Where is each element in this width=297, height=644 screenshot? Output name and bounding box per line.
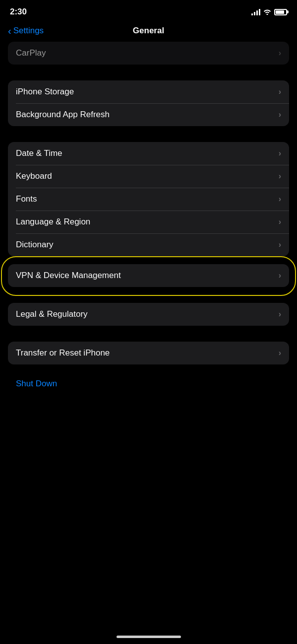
fonts-row[interactable]: Fonts › (8, 188, 289, 211)
settings-content: CarPlay › iPhone Storage › Background Ap… (0, 42, 297, 395)
fonts-chevron-icon: › (279, 195, 281, 204)
background-app-refresh-chevron-icon: › (279, 110, 281, 119)
legal-regulatory-label: Legal & Regulatory (16, 309, 88, 319)
legal-group: Legal & Regulatory › (8, 303, 289, 326)
home-indicator (117, 636, 181, 638)
iphone-storage-row[interactable]: iPhone Storage › (8, 80, 289, 103)
dictionary-label: Dictionary (16, 240, 54, 250)
wifi-icon (263, 8, 271, 16)
iphone-storage-chevron-icon: › (279, 87, 281, 96)
keyboard-chevron-icon: › (279, 172, 281, 181)
storage-group: iPhone Storage › Background App Refresh … (8, 80, 289, 126)
vpn-group-wrapper: VPN & Device Management › (8, 264, 289, 287)
transfer-reset-label: Transfer or Reset iPhone (16, 348, 110, 358)
page-title: General (133, 26, 164, 36)
fonts-label: Fonts (16, 194, 37, 204)
signal-icon (251, 8, 260, 15)
status-time: 2:30 (10, 7, 27, 17)
language-region-chevron-icon: › (279, 217, 281, 226)
transfer-reset-chevron-icon: › (279, 349, 281, 358)
home-indicator-bar (0, 636, 297, 638)
vpn-device-management-label: VPN & Device Management (16, 271, 121, 281)
back-button[interactable]: ‹ Settings (8, 26, 44, 36)
reset-group: Transfer or Reset iPhone › (8, 342, 289, 364)
carplay-label: CarPlay (16, 48, 46, 58)
nav-bar: ‹ Settings General (0, 22, 297, 42)
transfer-reset-row[interactable]: Transfer or Reset iPhone › (8, 342, 289, 364)
vpn-device-management-row[interactable]: VPN & Device Management › (8, 264, 289, 287)
carplay-group: CarPlay › (8, 42, 289, 65)
back-label: Settings (13, 26, 44, 36)
localization-group: Date & Time › Keyboard › Fonts › Languag… (8, 142, 289, 256)
dictionary-chevron-icon: › (279, 240, 281, 249)
status-bar: 2:30 (0, 0, 297, 22)
date-time-row[interactable]: Date & Time › (8, 142, 289, 165)
keyboard-label: Keyboard (16, 171, 52, 181)
back-chevron-icon: ‹ (8, 26, 11, 36)
carplay-row[interactable]: CarPlay › (8, 42, 289, 65)
keyboard-row[interactable]: Keyboard › (8, 165, 289, 188)
dictionary-row[interactable]: Dictionary › (8, 233, 289, 256)
language-region-row[interactable]: Language & Region › (8, 211, 289, 233)
legal-regulatory-row[interactable]: Legal & Regulatory › (8, 303, 289, 326)
date-time-chevron-icon: › (279, 149, 281, 158)
legal-regulatory-chevron-icon: › (279, 310, 281, 319)
vpn-device-management-chevron-icon: › (279, 271, 281, 280)
status-icons (251, 8, 287, 16)
language-region-label: Language & Region (16, 217, 90, 227)
iphone-storage-label: iPhone Storage (16, 87, 74, 97)
vpn-group: VPN & Device Management › (8, 264, 289, 287)
shut-down-label: Shut Down (16, 379, 57, 388)
shut-down-row[interactable]: Shut Down (8, 372, 289, 395)
date-time-label: Date & Time (16, 148, 62, 158)
carplay-chevron-icon: › (279, 49, 281, 58)
background-app-refresh-label: Background App Refresh (16, 110, 110, 120)
background-app-refresh-row[interactable]: Background App Refresh › (8, 103, 289, 126)
battery-icon (274, 9, 287, 15)
